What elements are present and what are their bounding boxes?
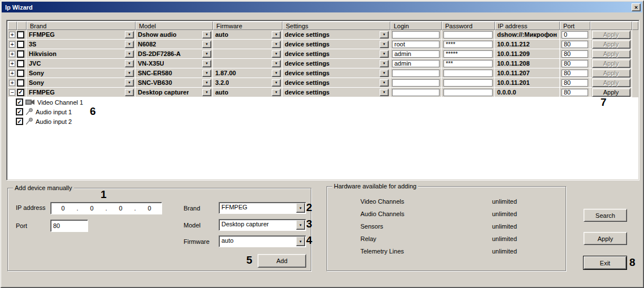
login-input[interactable] — [392, 31, 440, 38]
ip-octet[interactable]: 0 — [137, 205, 162, 212]
add-button[interactable]: Add — [258, 254, 306, 268]
dropdown-arrow-icon[interactable]: ▼ — [380, 41, 389, 48]
brand-label: Brand — [184, 205, 200, 212]
login-input[interactable] — [392, 79, 440, 87]
login-input[interactable] — [392, 50, 440, 58]
dropdown-arrow-icon[interactable]: ▼ — [272, 89, 281, 96]
firmware-combobox[interactable]: auto ▼ — [219, 235, 306, 247]
login-input[interactable] — [392, 60, 440, 67]
dropdown-arrow-icon[interactable]: ▼ — [125, 89, 134, 96]
ip-address-value: dshow://:Микрофон — [495, 30, 560, 40]
ip-octet[interactable]: 0 — [51, 205, 75, 212]
port-input[interactable] — [562, 89, 588, 96]
expand-toggle[interactable]: + — [9, 51, 15, 57]
dropdown-arrow-icon[interactable]: ▼ — [296, 220, 305, 230]
row-checkbox[interactable] — [17, 60, 24, 67]
password-input[interactable] — [443, 31, 493, 38]
row-apply-button[interactable]: Apply — [592, 79, 630, 87]
password-input[interactable] — [443, 89, 493, 96]
dropdown-arrow-icon[interactable]: ▼ — [125, 41, 134, 48]
dropdown-arrow-icon[interactable]: ▼ — [272, 41, 281, 48]
ip-octet[interactable]: 0 — [108, 205, 133, 212]
dropdown-arrow-icon[interactable]: ▼ — [296, 203, 305, 213]
collapse-toggle[interactable]: − — [9, 89, 15, 96]
port-input[interactable] — [562, 31, 588, 38]
channel-row: ✓ Video Channel 1 — [8, 97, 638, 107]
settings-value: device settings — [282, 89, 329, 96]
model-combobox[interactable]: Desktop capturer ▼ — [219, 219, 306, 231]
row-apply-button[interactable]: Apply — [592, 88, 630, 97]
expand-toggle[interactable]: + — [9, 70, 15, 76]
dropdown-arrow-icon[interactable]: ▼ — [202, 31, 211, 38]
dropdown-arrow-icon[interactable]: ▼ — [202, 60, 211, 67]
dropdown-arrow-icon[interactable]: ▼ — [125, 60, 134, 67]
dropdown-arrow-icon[interactable]: ▼ — [380, 50, 389, 58]
title-bar[interactable]: Ip Wizard ✕ — [2, 2, 642, 12]
close-button[interactable]: ✕ — [632, 3, 641, 11]
row-checkbox[interactable]: ✓ — [17, 89, 24, 96]
login-input[interactable] — [392, 89, 440, 96]
dropdown-arrow-icon[interactable]: ▼ — [202, 70, 211, 77]
dropdown-arrow-icon[interactable]: ▼ — [380, 31, 389, 38]
apply-button[interactable]: Apply — [584, 232, 627, 245]
channel-checkbox[interactable]: ✓ — [16, 108, 23, 115]
annotation-6: 6 — [90, 106, 95, 117]
row-checkbox[interactable] — [17, 70, 24, 77]
password-input[interactable] — [443, 70, 493, 77]
channel-checkbox[interactable]: ✓ — [16, 118, 23, 125]
password-input[interactable] — [443, 41, 493, 48]
dropdown-arrow-icon[interactable]: ▼ — [296, 237, 305, 246]
login-input[interactable] — [392, 70, 440, 77]
password-input[interactable] — [443, 50, 493, 58]
row-checkbox[interactable] — [17, 31, 24, 38]
row-apply-button[interactable]: Apply — [592, 59, 630, 68]
dropdown-arrow-icon[interactable]: ▼ — [272, 70, 281, 77]
brand-combobox[interactable]: FFMPEG ▼ — [219, 202, 306, 214]
port-input[interactable] — [562, 70, 588, 77]
expand-toggle[interactable]: + — [9, 80, 15, 86]
dropdown-arrow-icon[interactable]: ▼ — [202, 50, 211, 58]
expand-toggle[interactable]: + — [9, 32, 15, 38]
annotation-2: 2 — [306, 202, 312, 213]
dropdown-arrow-icon[interactable]: ▼ — [380, 89, 389, 96]
row-apply-button[interactable]: Apply — [592, 50, 630, 58]
row-checkbox[interactable] — [17, 79, 24, 87]
row-apply-button[interactable]: Apply — [592, 31, 630, 39]
expand-toggle[interactable]: + — [9, 61, 15, 67]
row-checkbox[interactable] — [17, 41, 24, 48]
dropdown-arrow-icon[interactable]: ▼ — [272, 79, 281, 87]
annotation-4: 4 — [306, 235, 312, 246]
port-input[interactable] — [562, 50, 588, 58]
dropdown-arrow-icon[interactable]: ▼ — [125, 79, 134, 87]
dropdown-arrow-icon[interactable]: ▼ — [272, 50, 281, 58]
dropdown-arrow-icon[interactable]: ▼ — [202, 41, 211, 48]
dropdown-arrow-icon[interactable]: ▼ — [202, 79, 211, 87]
row-apply-button[interactable]: Apply — [592, 40, 630, 49]
password-input[interactable] — [443, 79, 493, 87]
brand-selected-value: FFMPEG — [219, 203, 306, 213]
dropdown-arrow-icon[interactable]: ▼ — [380, 70, 389, 77]
ip-address-field[interactable]: 0 . 0 . 0 . 0 — [50, 202, 162, 214]
channel-checkbox[interactable]: ✓ — [16, 98, 23, 106]
dropdown-arrow-icon[interactable]: ▼ — [125, 31, 134, 38]
port-input[interactable] — [562, 79, 588, 87]
dropdown-arrow-icon[interactable]: ▼ — [125, 50, 134, 58]
port-input[interactable] — [562, 60, 588, 67]
port-input[interactable] — [562, 41, 588, 48]
dropdown-arrow-icon[interactable]: ▼ — [125, 70, 134, 77]
dropdown-arrow-icon[interactable]: ▼ — [272, 60, 281, 67]
dropdown-arrow-icon[interactable]: ▼ — [380, 79, 389, 87]
row-apply-button[interactable]: Apply — [592, 69, 630, 78]
dropdown-arrow-icon[interactable]: ▼ — [380, 60, 389, 67]
dropdown-arrow-icon[interactable]: ▼ — [272, 31, 281, 38]
dropdown-arrow-icon[interactable]: ▼ — [202, 89, 211, 96]
expand-toggle[interactable]: + — [9, 41, 15, 48]
row-checkbox[interactable] — [17, 50, 24, 58]
password-input[interactable] — [443, 60, 493, 67]
manual-port-input[interactable] — [51, 220, 88, 231]
channel-row: ✓ Audio input 2 — [8, 117, 638, 126]
search-button[interactable]: Search — [584, 209, 627, 222]
ip-octet[interactable]: 0 — [80, 205, 104, 212]
exit-button[interactable]: Exit — [583, 256, 627, 270]
login-input[interactable] — [392, 41, 440, 48]
